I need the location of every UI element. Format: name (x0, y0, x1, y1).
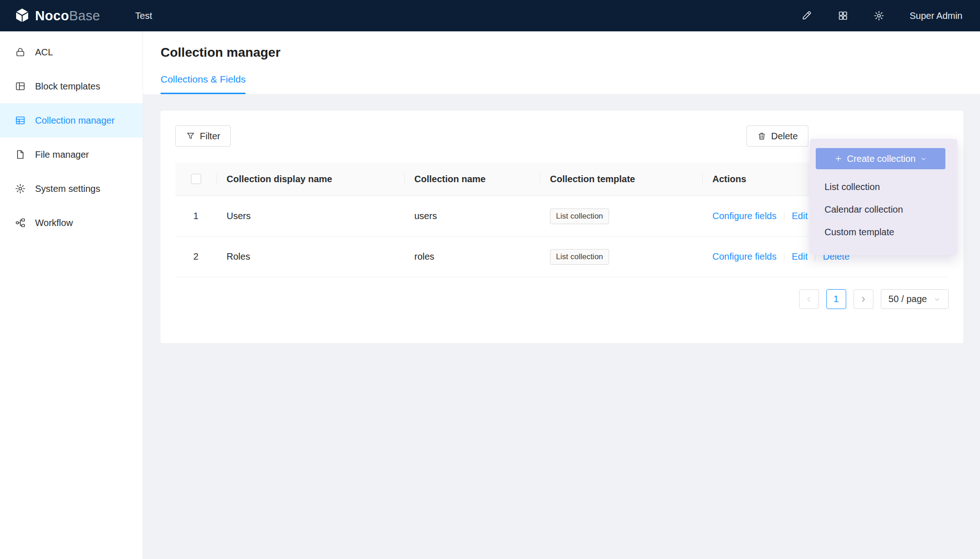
trash-icon (757, 131, 766, 141)
lock-icon (15, 47, 26, 58)
tab-collections-and-fields[interactable]: Collections & Fields (161, 74, 245, 94)
chevron-down-icon (933, 296, 941, 303)
cell-collection-name: users (404, 211, 540, 221)
row-index: 2 (193, 251, 198, 262)
header-collection-name: Collection name (404, 174, 540, 184)
top-navbar: NocoBase Test Super Admin (0, 0, 980, 31)
page-header: Collection manager Collections & Fields (143, 31, 980, 95)
page-size-value: 50 / page (889, 294, 927, 304)
main-area: Collection manager Collections & Fields … (143, 31, 980, 559)
block-template-icon (15, 81, 26, 92)
cell-display-name: Users (216, 211, 404, 221)
nocobase-logo[interactable]: NocoBase (15, 8, 100, 24)
edit-link[interactable]: Edit (792, 251, 807, 262)
file-icon (15, 149, 26, 160)
collection-template-tag: List collection (550, 249, 609, 265)
page-size-select[interactable]: 50 / page (881, 289, 949, 309)
highlighter-icon[interactable] (801, 10, 813, 21)
chevron-left-icon (805, 295, 813, 303)
app-body: ACL Block templates Collection manager (0, 31, 980, 559)
sidebar-item-label: Workflow (35, 218, 73, 228)
sidebar-item-workflow[interactable]: Workflow (0, 206, 143, 240)
configure-fields-link[interactable]: Configure fields (712, 211, 777, 221)
user-menu[interactable]: Super Admin (909, 11, 962, 21)
action-divider (784, 212, 784, 220)
edit-link[interactable]: Edit (792, 211, 807, 221)
sidebar-item-label: File manager (35, 149, 89, 160)
navbar-right: Super Admin (801, 10, 962, 21)
sidebar-item-block-templates[interactable]: Block templates (0, 69, 143, 103)
page-title: Collection manager (161, 45, 980, 60)
header-collection-template: Collection template (540, 174, 702, 184)
menu-item-list-collection[interactable]: List collection (810, 176, 957, 198)
plus-icon (834, 155, 843, 163)
sidebar-item-label: ACL (35, 47, 53, 58)
menu-item-calendar-collection[interactable]: Calendar collection (810, 198, 957, 221)
sidebar-item-collection-manager[interactable]: Collection manager (0, 103, 143, 137)
gear-icon[interactable] (873, 10, 884, 21)
collection-template-tag: List collection (550, 208, 609, 224)
workflow-icon (15, 217, 26, 228)
nocobase-cube-icon (15, 8, 30, 24)
sidebar: ACL Block templates Collection manager (0, 31, 143, 559)
sidebar-item-acl[interactable]: ACL (0, 35, 143, 69)
filter-funnel-icon (186, 131, 195, 141)
sidebar-item-label: System settings (35, 184, 100, 194)
prev-page-button[interactable] (799, 289, 819, 309)
row-index: 1 (193, 211, 198, 221)
delete-button[interactable]: Delete (747, 125, 808, 147)
sidebar-item-label: Block templates (35, 81, 100, 92)
delete-button-label: Delete (771, 131, 798, 142)
tab-bar: Collections & Fields (161, 74, 980, 95)
gear-icon (15, 183, 26, 194)
cell-display-name: Roles (216, 251, 404, 262)
collection-table-icon (15, 115, 26, 126)
nav-item-test[interactable]: Test (127, 0, 161, 31)
filter-button[interactable]: Filter (175, 125, 231, 147)
chevron-down-icon (920, 155, 927, 162)
create-collection-menu: List collection Calendar collection Cust… (810, 176, 957, 244)
brand-text: NocoBase (35, 8, 100, 24)
create-collection-dropdown: Create collection List collection Calend… (810, 139, 957, 255)
chevron-right-icon (859, 295, 867, 303)
header-collection-display-name: Collection display name (216, 174, 404, 184)
menu-item-custom-template[interactable]: Custom template (810, 221, 957, 244)
create-collection-label: Create collection (847, 154, 916, 164)
cell-collection-name: roles (404, 251, 540, 262)
create-collection-button[interactable]: Create collection (816, 148, 945, 169)
pagination: 1 50 / page (175, 289, 949, 309)
action-divider (784, 253, 784, 261)
next-page-button[interactable] (854, 289, 873, 309)
sidebar-item-file-manager[interactable]: File manager (0, 137, 143, 172)
configure-fields-link[interactable]: Configure fields (712, 251, 777, 262)
sidebar-item-label: Collection manager (35, 115, 114, 126)
sidebar-item-system-settings[interactable]: System settings (0, 172, 143, 206)
page-number-1[interactable]: 1 (826, 289, 846, 309)
select-all-checkbox[interactable] (191, 174, 201, 184)
layout-grid-icon[interactable] (837, 10, 849, 21)
app-root: { "navbar": { "brand_bold": "Noco", "bra… (0, 0, 980, 559)
filter-button-label: Filter (200, 131, 220, 142)
